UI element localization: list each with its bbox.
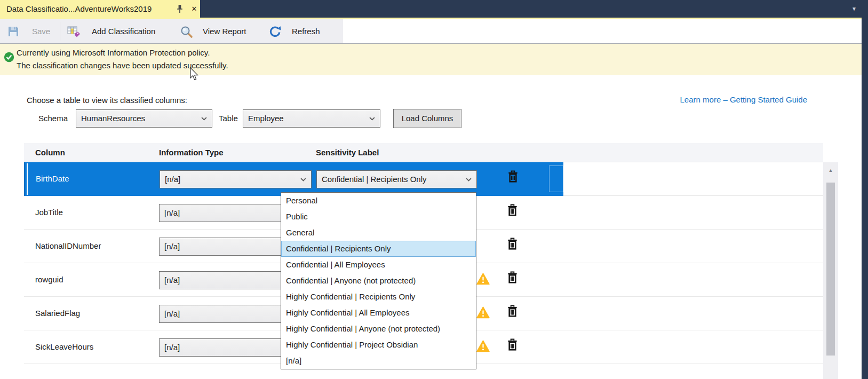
view-report-icon	[180, 26, 193, 38]
choose-table-caption: Choose a table to view its classified co…	[27, 96, 187, 105]
refresh-icon	[269, 26, 282, 38]
delete-row-icon[interactable]	[507, 305, 518, 317]
table-select[interactable]: Employee	[243, 109, 380, 128]
table-row[interactable]: BirthDate [n/a] Confidential | Recipient…	[24, 162, 823, 196]
info-bar: Currently using Microsoft Information Pr…	[0, 44, 862, 75]
chevron-down-icon	[369, 117, 375, 121]
toolbar: Save Add Classification View Repor	[0, 19, 862, 44]
tab-data-classification[interactable]: Data Classificatio...AdventureWorks2019	[0, 0, 200, 18]
delete-row-icon[interactable]	[507, 271, 518, 283]
column-name: NationalIDNumber	[35, 230, 101, 263]
table-label: Table	[219, 114, 238, 123]
document-well-chevron-icon[interactable]: ▼	[851, 6, 857, 12]
dropdown-item[interactable]: Confidential | Anyone (not protected)	[281, 273, 476, 289]
selected-cell-outline	[549, 165, 563, 192]
chevron-down-icon	[466, 178, 472, 181]
delete-row-icon[interactable]	[507, 204, 518, 216]
add-classification-label: Add Classification	[92, 19, 155, 43]
load-columns-button[interactable]: Load Columns	[393, 109, 461, 128]
header-information-type: Information Type	[159, 143, 224, 162]
schema-value: HumanResources	[81, 110, 145, 127]
dropdown-item[interactable]: Highly Confidential | Recipients Only	[281, 289, 476, 305]
warning-icon	[476, 273, 490, 285]
mouse-cursor	[190, 67, 200, 81]
window-right-edge	[862, 0, 868, 379]
chevron-down-icon	[201, 117, 207, 121]
vertical-scrollbar[interactable]: ▲	[823, 162, 838, 379]
pin-icon[interactable]	[176, 4, 184, 13]
warning-icon	[476, 340, 490, 352]
tab-title: Data Classificatio...AdventureWorks2019	[6, 4, 152, 13]
info-bar-line1: Currently using Microsoft Information Pr…	[17, 46, 228, 59]
learn-more-link[interactable]: Learn more – Getting Started Guide	[680, 95, 807, 104]
schema-label: Schema	[38, 114, 68, 123]
add-classification-button[interactable]: Add Classification	[60, 19, 172, 43]
column-name: JobTitle	[35, 196, 63, 229]
scrollbar-thumb[interactable]	[826, 183, 835, 356]
header-column: Column	[35, 143, 65, 162]
column-name: SalariedFlag	[35, 297, 80, 330]
chevron-down-icon	[300, 178, 306, 181]
table-value: Employee	[248, 110, 284, 127]
grid-header: Column Information Type Sensitivity Labe…	[24, 143, 823, 162]
dropdown-item[interactable]: [n/a]	[281, 353, 476, 369]
refresh-label: Refresh	[292, 19, 320, 43]
schema-select[interactable]: HumanResources	[76, 109, 212, 128]
close-icon[interactable]: ✕	[189, 0, 200, 18]
column-name: SickLeaveHours	[35, 330, 93, 364]
column-name: BirthDate	[36, 162, 69, 195]
save-button[interactable]: Save	[0, 19, 60, 43]
information-type-select[interactable]: [n/a]	[160, 170, 312, 188]
delete-row-icon[interactable]	[507, 170, 519, 183]
success-check-icon	[4, 52, 14, 62]
scroll-up-icon[interactable]: ▲	[823, 168, 838, 173]
dropdown-item[interactable]: Personal	[281, 193, 476, 209]
refresh-button[interactable]: Refresh	[263, 19, 343, 43]
delete-row-icon[interactable]	[507, 338, 518, 351]
dropdown-item[interactable]: Highly Confidential | Project Obsidian	[281, 337, 476, 353]
save-icon	[7, 26, 19, 37]
selection-indicator	[27, 163, 28, 195]
view-report-button[interactable]: View Report	[172, 19, 263, 43]
delete-row-icon[interactable]	[507, 238, 518, 250]
dropdown-item-highlighted[interactable]: Confidential | Recipients Only	[281, 241, 476, 257]
dropdown-item[interactable]: Confidential | All Employees	[281, 257, 476, 273]
warning-icon	[476, 306, 490, 319]
dropdown-item[interactable]: General	[281, 225, 476, 241]
dropdown-item[interactable]: Highly Confidential | Anyone (not protec…	[281, 321, 476, 337]
data-classification-window: Data Classificatio...AdventureWorks2019 …	[0, 0, 868, 379]
save-label: Save	[32, 19, 50, 43]
sensitivity-label-select[interactable]: Confidential | Recipients Only	[316, 170, 477, 188]
view-report-label: View Report	[203, 19, 246, 43]
dropdown-item[interactable]: Public	[281, 209, 476, 225]
column-name: rowguid	[35, 263, 63, 296]
dropdown-item[interactable]: Highly Confidential | All Employees	[281, 305, 476, 321]
header-sensitivity-label: Sensitivity Label	[316, 143, 379, 162]
sensitivity-label-dropdown: Personal Public General Confidential | R…	[281, 192, 476, 369]
selected-row-highlight: BirthDate [n/a] Confidential | Recipient…	[24, 162, 563, 196]
add-classification-icon	[67, 26, 81, 38]
